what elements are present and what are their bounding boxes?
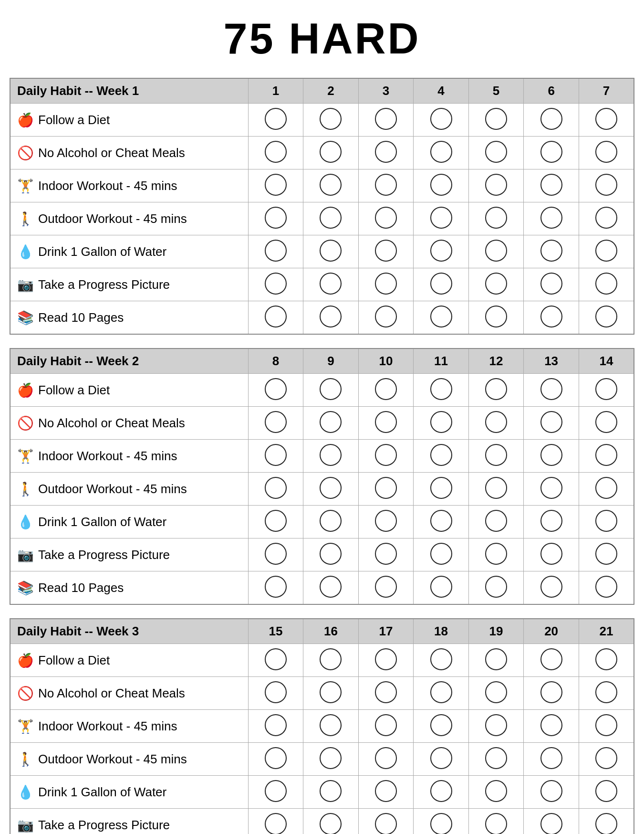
checkbox-circle[interactable] bbox=[485, 477, 507, 499]
check-week1-day2-habit6[interactable] bbox=[303, 268, 359, 301]
checkbox-circle[interactable] bbox=[320, 813, 342, 834]
checkbox-circle[interactable] bbox=[375, 141, 397, 163]
checkbox-circle[interactable] bbox=[375, 411, 397, 433]
check-week1-day6-habit2[interactable] bbox=[524, 137, 579, 169]
check-week3-day16-habit1[interactable] bbox=[303, 644, 359, 677]
check-week1-day6-habit1[interactable] bbox=[524, 104, 579, 137]
check-week1-day7-habit1[interactable] bbox=[579, 104, 634, 137]
checkbox-circle[interactable] bbox=[485, 780, 507, 802]
check-week1-day5-habit3[interactable] bbox=[468, 169, 524, 202]
checkbox-circle[interactable] bbox=[320, 510, 342, 532]
check-week1-day6-habit6[interactable] bbox=[524, 268, 579, 301]
checkbox-circle[interactable] bbox=[320, 714, 342, 736]
check-week1-day2-habit4[interactable] bbox=[303, 202, 359, 235]
check-week3-day20-habit4[interactable] bbox=[524, 743, 579, 776]
checkbox-circle[interactable] bbox=[540, 108, 562, 130]
check-week1-day4-habit1[interactable] bbox=[414, 104, 469, 137]
check-week2-day8-habit5[interactable] bbox=[248, 506, 303, 538]
check-week2-day9-habit1[interactable] bbox=[303, 374, 359, 407]
checkbox-circle[interactable] bbox=[540, 813, 562, 834]
checkbox-circle[interactable] bbox=[375, 207, 397, 229]
checkbox-circle[interactable] bbox=[540, 141, 562, 163]
checkbox-circle[interactable] bbox=[430, 681, 452, 703]
checkbox-circle[interactable] bbox=[540, 477, 562, 499]
check-week1-day1-habit4[interactable] bbox=[248, 202, 303, 235]
checkbox-circle[interactable] bbox=[375, 444, 397, 466]
check-week3-day20-habit3[interactable] bbox=[524, 710, 579, 743]
checkbox-circle[interactable] bbox=[540, 648, 562, 670]
check-week3-day20-habit5[interactable] bbox=[524, 776, 579, 809]
check-week3-day15-habit1[interactable] bbox=[248, 644, 303, 677]
checkbox-circle[interactable] bbox=[265, 543, 287, 565]
checkbox-circle[interactable] bbox=[540, 780, 562, 802]
check-week1-day7-habit4[interactable] bbox=[579, 202, 634, 235]
checkbox-circle[interactable] bbox=[430, 576, 452, 598]
checkbox-circle[interactable] bbox=[540, 444, 562, 466]
checkbox-circle[interactable] bbox=[540, 378, 562, 400]
check-week2-day10-habit6[interactable] bbox=[358, 538, 414, 571]
checkbox-circle[interactable] bbox=[265, 780, 287, 802]
check-week1-day7-habit3[interactable] bbox=[579, 169, 634, 202]
checkbox-circle[interactable] bbox=[485, 108, 507, 130]
checkbox-circle[interactable] bbox=[485, 411, 507, 433]
checkbox-circle[interactable] bbox=[320, 780, 342, 802]
check-week2-day10-habit7[interactable] bbox=[358, 571, 414, 605]
checkbox-circle[interactable] bbox=[485, 207, 507, 229]
checkbox-circle[interactable] bbox=[595, 681, 617, 703]
check-week1-day5-habit1[interactable] bbox=[468, 104, 524, 137]
check-week2-day14-habit7[interactable] bbox=[579, 571, 634, 605]
check-week3-day18-habit1[interactable] bbox=[414, 644, 469, 677]
check-week1-day5-habit6[interactable] bbox=[468, 268, 524, 301]
checkbox-circle[interactable] bbox=[485, 174, 507, 196]
check-week1-day2-habit3[interactable] bbox=[303, 169, 359, 202]
check-week1-day7-habit6[interactable] bbox=[579, 268, 634, 301]
check-week1-day3-habit1[interactable] bbox=[358, 104, 414, 137]
check-week2-day13-habit6[interactable] bbox=[524, 538, 579, 571]
checkbox-circle[interactable] bbox=[265, 648, 287, 670]
check-week1-day1-habit2[interactable] bbox=[248, 137, 303, 169]
check-week1-day2-habit7[interactable] bbox=[303, 301, 359, 335]
checkbox-circle[interactable] bbox=[430, 207, 452, 229]
checkbox-circle[interactable] bbox=[485, 576, 507, 598]
check-week3-day16-habit3[interactable] bbox=[303, 710, 359, 743]
check-week2-day12-habit1[interactable] bbox=[468, 374, 524, 407]
checkbox-circle[interactable] bbox=[265, 240, 287, 262]
checkbox-circle[interactable] bbox=[430, 306, 452, 327]
checkbox-circle[interactable] bbox=[430, 240, 452, 262]
checkbox-circle[interactable] bbox=[430, 747, 452, 769]
check-week2-day10-habit4[interactable] bbox=[358, 473, 414, 506]
check-week3-day19-habit3[interactable] bbox=[468, 710, 524, 743]
checkbox-circle[interactable] bbox=[375, 648, 397, 670]
check-week3-day17-habit6[interactable] bbox=[358, 809, 414, 834]
check-week2-day9-habit7[interactable] bbox=[303, 571, 359, 605]
check-week1-day1-habit1[interactable] bbox=[248, 104, 303, 137]
checkbox-circle[interactable] bbox=[265, 510, 287, 532]
checkbox-circle[interactable] bbox=[595, 648, 617, 670]
checkbox-circle[interactable] bbox=[595, 477, 617, 499]
checkbox-circle[interactable] bbox=[540, 174, 562, 196]
checkbox-circle[interactable] bbox=[430, 273, 452, 295]
check-week3-day19-habit5[interactable] bbox=[468, 776, 524, 809]
checkbox-circle[interactable] bbox=[595, 108, 617, 130]
check-week1-day2-habit5[interactable] bbox=[303, 235, 359, 268]
check-week3-day20-habit6[interactable] bbox=[524, 809, 579, 834]
check-week3-day20-habit1[interactable] bbox=[524, 644, 579, 677]
check-week1-day1-habit6[interactable] bbox=[248, 268, 303, 301]
checkbox-circle[interactable] bbox=[265, 273, 287, 295]
checkbox-circle[interactable] bbox=[265, 813, 287, 834]
check-week1-day1-habit5[interactable] bbox=[248, 235, 303, 268]
checkbox-circle[interactable] bbox=[540, 543, 562, 565]
check-week3-day21-habit3[interactable] bbox=[579, 710, 634, 743]
checkbox-circle[interactable] bbox=[485, 240, 507, 262]
check-week1-day4-habit3[interactable] bbox=[414, 169, 469, 202]
check-week1-day6-habit5[interactable] bbox=[524, 235, 579, 268]
checkbox-circle[interactable] bbox=[265, 747, 287, 769]
checkbox-circle[interactable] bbox=[430, 108, 452, 130]
checkbox-circle[interactable] bbox=[595, 378, 617, 400]
checkbox-circle[interactable] bbox=[430, 714, 452, 736]
check-week2-day13-habit2[interactable] bbox=[524, 407, 579, 440]
checkbox-circle[interactable] bbox=[320, 477, 342, 499]
check-week2-day11-habit7[interactable] bbox=[414, 571, 469, 605]
checkbox-circle[interactable] bbox=[485, 273, 507, 295]
check-week3-day15-habit2[interactable] bbox=[248, 677, 303, 710]
